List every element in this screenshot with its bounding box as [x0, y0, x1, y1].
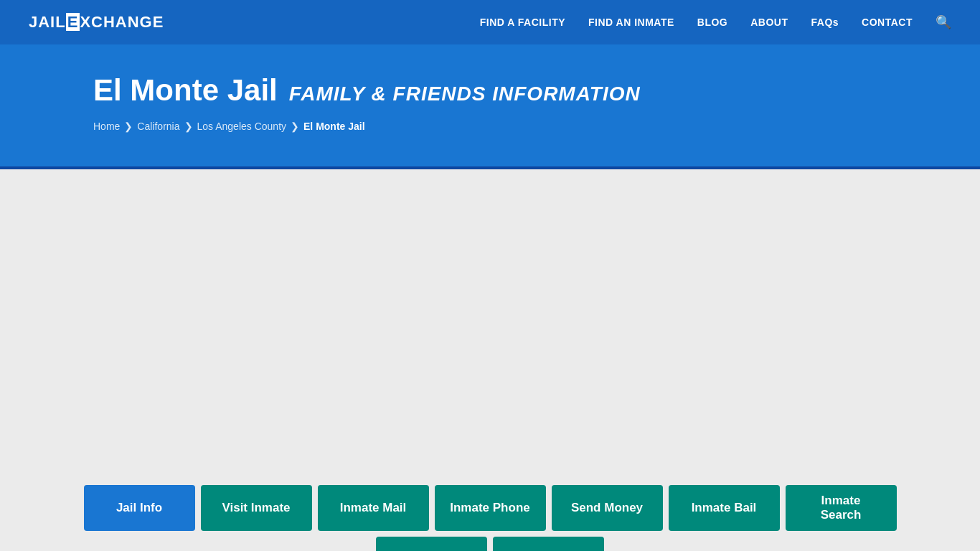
btn-send-money[interactable]: Send Money: [552, 485, 663, 531]
nav-contact[interactable]: CONTACT: [862, 17, 913, 28]
btn-nearby-jails[interactable]: Nearby Jails: [493, 537, 604, 551]
buttons-row-1: Jail Info Visit Inmate Inmate Mail Inmat…: [93, 485, 887, 531]
main-nav: FIND A FACILITY FIND AN INMATE BLOG ABOU…: [480, 14, 951, 30]
nav-find-facility[interactable]: FIND A FACILITY: [480, 17, 565, 28]
nav-faqs[interactable]: FAQs: [811, 17, 839, 28]
site-logo[interactable]: JAILEXCHANGE: [29, 13, 164, 32]
breadcrumb-home[interactable]: Home: [93, 121, 120, 132]
btn-inmate-search[interactable]: Inmate Search: [786, 485, 897, 531]
logo-exchange-text: EXCHANGE: [66, 13, 164, 32]
site-header: JAILEXCHANGE FIND A FACILITY FIND AN INM…: [0, 0, 980, 44]
nav-about[interactable]: ABOUT: [750, 17, 788, 28]
page-title-sub: FAMILY & FRIENDS INFORMATION: [289, 83, 641, 105]
nav-blog[interactable]: BLOG: [697, 17, 727, 28]
search-icon[interactable]: 🔍: [936, 14, 951, 30]
btn-jail-info[interactable]: Jail Info: [84, 485, 195, 531]
breadcrumb-sep-3: ❯: [291, 121, 299, 132]
nav-find-inmate[interactable]: FIND AN INMATE: [588, 17, 674, 28]
btn-visit-inmate[interactable]: Visit Inmate: [201, 485, 312, 531]
hero-section: El Monte Jail FAMILY & FRIENDS INFORMATI…: [0, 44, 980, 166]
breadcrumb: Home ❯ California ❯ Los Angeles County ❯…: [93, 121, 887, 132]
breadcrumb-california[interactable]: California: [137, 121, 179, 132]
breadcrumb-current: El Monte Jail: [303, 121, 365, 132]
btn-inmate-phone[interactable]: Inmate Phone: [435, 485, 546, 531]
buttons-row-2: COVID Info Nearby Jails: [93, 537, 887, 551]
logo-jail-text: JAIL: [29, 13, 66, 32]
buttons-section: Jail Info Visit Inmate Inmate Mail Inmat…: [0, 471, 980, 551]
main-content: [0, 169, 980, 471]
breadcrumb-county[interactable]: Los Angeles County: [197, 121, 287, 132]
page-title-main: El Monte Jail: [93, 73, 278, 108]
btn-covid-info[interactable]: COVID Info: [376, 537, 487, 551]
breadcrumb-sep-2: ❯: [184, 121, 193, 132]
btn-inmate-bail[interactable]: Inmate Bail: [669, 485, 780, 531]
breadcrumb-sep-1: ❯: [124, 121, 133, 132]
page-title: El Monte Jail FAMILY & FRIENDS INFORMATI…: [93, 73, 887, 108]
btn-inmate-mail[interactable]: Inmate Mail: [318, 485, 429, 531]
